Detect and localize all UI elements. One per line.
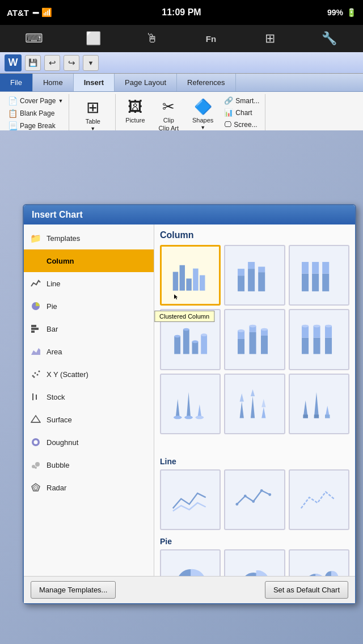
svg-point-97 bbox=[252, 500, 255, 503]
chart-type-templates[interactable]: 📁 Templates bbox=[24, 227, 154, 249]
picture-btn[interactable]: 🖼 Picture bbox=[120, 95, 150, 126]
svg-marker-19 bbox=[31, 416, 40, 422]
keyboard-icon[interactable]: ⌨ bbox=[23, 27, 45, 50]
tab-page-layout[interactable]: Page Layout bbox=[115, 74, 177, 91]
doughnut-icon bbox=[29, 436, 42, 448]
picture-label: Picture bbox=[125, 117, 145, 124]
svg-marker-83 bbox=[239, 402, 243, 418]
ribbon-title-bar: W 💾 ↩ ↪ ▼ bbox=[0, 52, 363, 74]
bubble-label: Bubble bbox=[47, 461, 69, 469]
chart-type-stock[interactable]: Stock bbox=[24, 385, 154, 408]
tools-icon[interactable]: 🔧 bbox=[318, 27, 340, 50]
pie-icon bbox=[29, 300, 42, 312]
cone-thumb[interactable] bbox=[160, 374, 221, 434]
battery-icon: 🔋 bbox=[347, 8, 356, 17]
chart-type-doughnut[interactable]: Doughnut bbox=[24, 431, 154, 454]
toolbar-row: ⌨ ⬜ 🖱 Fn ⊞ 🔧 bbox=[0, 25, 363, 52]
stacked-cone-thumb[interactable] bbox=[224, 374, 285, 434]
blank-page-btn[interactable]: 📋 Blank Page bbox=[6, 108, 65, 119]
clip-art-btn[interactable]: ✂ Clip Clip Art bbox=[154, 95, 184, 134]
line-thumb-3[interactable] bbox=[289, 469, 349, 530]
smart-art-label: Smart... bbox=[235, 97, 259, 105]
undo-icon[interactable]: ↩ bbox=[44, 55, 60, 71]
tab-file[interactable]: File bbox=[0, 74, 33, 91]
table-btn[interactable]: ⊞ Table ▼ bbox=[81, 95, 105, 134]
svg-point-82 bbox=[195, 416, 203, 419]
chart-type-surface[interactable]: Surface bbox=[24, 408, 154, 431]
chart-type-bubble[interactable]: Bubble bbox=[24, 454, 154, 476]
svg-marker-88 bbox=[261, 399, 265, 407]
chart-type-radar[interactable]: Radar bbox=[24, 476, 154, 499]
redo-icon[interactable]: ↪ bbox=[64, 55, 79, 71]
svg-rect-92 bbox=[314, 415, 319, 418]
svg-marker-85 bbox=[251, 396, 255, 418]
screenshot-label: Scree... bbox=[234, 121, 257, 129]
page-break-btn[interactable]: 📃 Page Break bbox=[6, 120, 65, 132]
surface-icon bbox=[29, 413, 42, 426]
column-chart-grid: Clustered Column bbox=[160, 245, 349, 434]
tab-insert[interactable]: Insert bbox=[74, 74, 115, 91]
fn-icon[interactable]: Fn bbox=[200, 27, 222, 50]
chart-btn[interactable]: 📊 Chart bbox=[222, 107, 261, 118]
3d-stacked-column-thumb[interactable] bbox=[224, 309, 285, 370]
svg-point-80 bbox=[184, 416, 192, 419]
line-icon bbox=[29, 277, 42, 290]
3d-clustered-column-thumb[interactable] bbox=[160, 309, 221, 370]
save-quick-icon[interactable]: 💾 bbox=[25, 55, 41, 71]
set-default-chart-button[interactable]: Set as Default Chart bbox=[265, 581, 348, 599]
chart-ribbon-label: Chart bbox=[235, 109, 252, 117]
chart-type-area[interactable]: Area bbox=[24, 340, 154, 363]
manage-templates-button[interactable]: Manage Templates... bbox=[31, 581, 116, 599]
svg-rect-90 bbox=[303, 415, 308, 418]
100pct-stacked-column-thumb[interactable] bbox=[289, 245, 349, 306]
chart-type-column[interactable]: Column bbox=[24, 249, 154, 272]
window-icon[interactable]: ⬜ bbox=[82, 27, 104, 50]
svg-point-10 bbox=[37, 374, 39, 376]
svg-point-95 bbox=[235, 503, 238, 506]
cover-page-arrow: ▼ bbox=[58, 98, 63, 104]
grid-icon[interactable]: ⊞ bbox=[259, 27, 281, 50]
bar-label: Bar bbox=[47, 325, 58, 333]
pyramid-thumb[interactable] bbox=[289, 374, 349, 434]
chart-type-bar[interactable]: Bar bbox=[24, 317, 154, 340]
area-icon bbox=[29, 345, 42, 358]
pie-label: Pie bbox=[47, 302, 57, 311]
line-thumb-2[interactable] bbox=[224, 469, 285, 530]
svg-rect-68 bbox=[302, 337, 309, 354]
mouse-icon[interactable]: 🖱 bbox=[141, 27, 163, 50]
chart-type-pie[interactable]: Pie bbox=[24, 295, 154, 317]
tab-home[interactable]: Home bbox=[33, 74, 74, 91]
dialog-body: 📁 Templates Column Line Pie bbox=[24, 224, 355, 576]
time-display: 11:09 PM bbox=[162, 7, 201, 18]
doughnut-label: Doughnut bbox=[47, 438, 78, 447]
chart-type-line[interactable]: Line bbox=[24, 272, 154, 295]
svg-rect-75 bbox=[325, 326, 332, 337]
status-bar: AT&T ▪▪▪▪ 📶 11:09 PM 99% 🔋 bbox=[0, 0, 363, 25]
line-thumb-1[interactable] bbox=[160, 469, 221, 530]
chart-ribbon-icon: 📊 bbox=[224, 108, 233, 117]
word-logo: W bbox=[5, 54, 22, 71]
cover-page-label: Cover Page bbox=[20, 97, 56, 105]
pie-thumb-2[interactable] bbox=[224, 549, 285, 576]
shapes-btn[interactable]: 🔷 Shapes ▼ bbox=[187, 95, 218, 133]
svg-rect-0 bbox=[31, 260, 33, 265]
tab-references[interactable]: References bbox=[177, 74, 235, 91]
screenshot-btn[interactable]: 🖵 Scree... bbox=[222, 119, 261, 130]
smart-art-btn[interactable]: 🔗 Smart... bbox=[222, 95, 261, 106]
pie-thumb-1[interactable] bbox=[160, 549, 221, 576]
overflow-icon[interactable]: ▼ bbox=[83, 55, 99, 71]
svg-rect-39 bbox=[238, 276, 244, 291]
pie-thumb-3[interactable] bbox=[289, 549, 349, 576]
svg-point-58 bbox=[201, 333, 207, 336]
wifi-icon: 📶 bbox=[41, 7, 52, 18]
templates-label: Templates bbox=[47, 234, 80, 243]
stacked-column-thumb[interactable] bbox=[224, 245, 285, 306]
page-break-icon: 📃 bbox=[8, 121, 18, 130]
svg-rect-37 bbox=[200, 276, 205, 291]
cover-page-btn[interactable]: 📄 Cover Page ▼ bbox=[6, 95, 65, 107]
svg-rect-45 bbox=[302, 273, 309, 291]
chart-type-scatter[interactable]: X Y (Scatter) bbox=[24, 363, 154, 385]
svg-rect-33 bbox=[173, 272, 178, 291]
clustered-column-thumb[interactable]: Clustered Column bbox=[160, 245, 221, 306]
3d-100pct-column-thumb[interactable] bbox=[289, 309, 349, 370]
